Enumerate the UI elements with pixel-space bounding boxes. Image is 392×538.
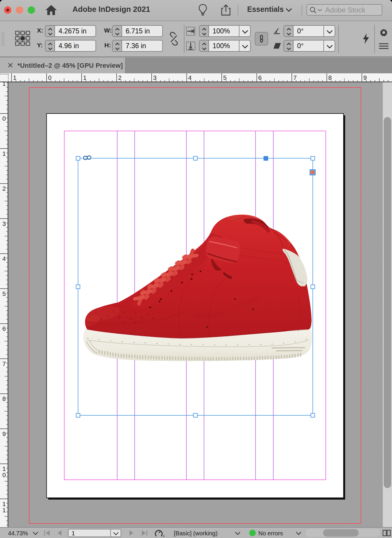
svg-text:1: 1 <box>83 74 87 81</box>
svg-text:9: 9 <box>363 74 367 81</box>
svg-text:1: 1 <box>13 74 17 81</box>
svg-text:1: 1 <box>2 82 6 87</box>
svg-text:5: 5 <box>2 290 6 297</box>
svg-text:2: 2 <box>2 185 6 192</box>
svg-text:8: 8 <box>328 74 332 81</box>
svg-text:1: 1 <box>2 507 6 513</box>
svg-text:0: 0 <box>48 74 52 81</box>
svg-text:0: 0 <box>2 471 6 478</box>
svg-text:4: 4 <box>2 255 6 262</box>
svg-text:8: 8 <box>2 395 6 402</box>
svg-text:2: 2 <box>118 74 122 81</box>
svg-text:6: 6 <box>258 74 262 81</box>
svg-text:3: 3 <box>2 220 6 227</box>
svg-text:1: 1 <box>2 500 6 507</box>
svg-text:9: 9 <box>2 430 6 437</box>
svg-text:6: 6 <box>2 325 6 332</box>
svg-text:7: 7 <box>2 360 6 367</box>
svg-text:1: 1 <box>2 465 6 472</box>
svg-text:7: 7 <box>293 74 297 81</box>
svg-text:0: 0 <box>2 115 6 122</box>
svg-text:1: 1 <box>2 150 6 157</box>
svg-text:4: 4 <box>188 74 192 81</box>
svg-text:3: 3 <box>153 74 157 81</box>
svg-text:5: 5 <box>223 74 227 81</box>
